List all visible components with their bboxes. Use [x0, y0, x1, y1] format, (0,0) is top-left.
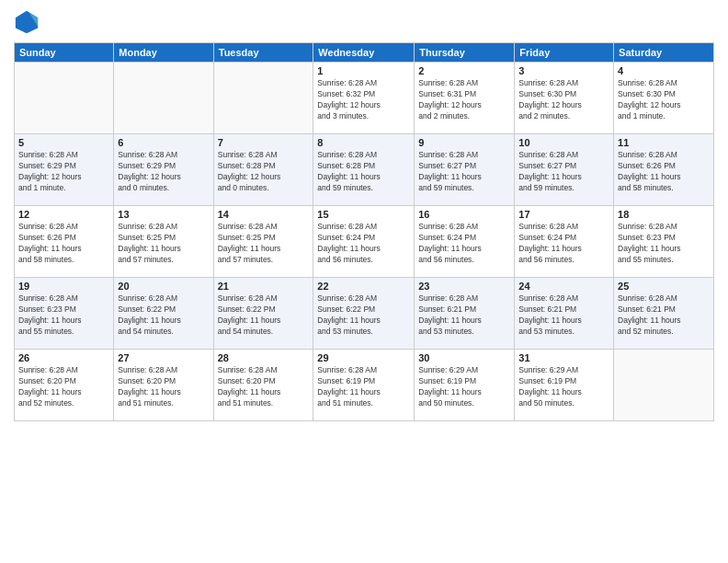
day-info: Sunrise: 6:28 AM Sunset: 6:31 PM Dayligh…: [418, 78, 510, 122]
day-info: Sunrise: 6:28 AM Sunset: 6:30 PM Dayligh…: [618, 78, 710, 122]
calendar-cell: 5Sunrise: 6:28 AM Sunset: 6:29 PM Daylig…: [15, 134, 114, 206]
day-info: Sunrise: 6:28 AM Sunset: 6:29 PM Dayligh…: [118, 150, 209, 194]
col-header-tuesday: Tuesday: [213, 43, 313, 63]
day-number: 25: [618, 281, 710, 292]
day-number: 24: [518, 281, 609, 292]
calendar-cell: 13Sunrise: 6:28 AM Sunset: 6:25 PM Dayli…: [114, 206, 213, 278]
day-info: Sunrise: 6:28 AM Sunset: 6:23 PM Dayligh…: [18, 293, 109, 338]
calendar-cell: 2Sunrise: 6:28 AM Sunset: 6:31 PM Daylig…: [415, 63, 515, 134]
col-header-sunday: Sunday: [15, 43, 114, 63]
day-number: 19: [18, 281, 109, 292]
page: SundayMondayTuesdayWednesdayThursdayFrid…: [0, 0, 728, 563]
day-number: 29: [317, 352, 410, 363]
calendar-cell: 24Sunrise: 6:28 AM Sunset: 6:21 PM Dayli…: [515, 278, 614, 350]
day-info: Sunrise: 6:28 AM Sunset: 6:26 PM Dayligh…: [18, 222, 109, 266]
day-number: 17: [518, 209, 609, 220]
calendar-cell: 4Sunrise: 6:28 AM Sunset: 6:30 PM Daylig…: [614, 63, 714, 134]
calendar-cell: 9Sunrise: 6:28 AM Sunset: 6:27 PM Daylig…: [415, 134, 515, 206]
calendar-cell: 11Sunrise: 6:28 AM Sunset: 6:26 PM Dayli…: [614, 134, 714, 206]
calendar-cell: [114, 63, 213, 134]
calendar-week-row: 5Sunrise: 6:28 AM Sunset: 6:29 PM Daylig…: [15, 134, 714, 206]
calendar-cell: 25Sunrise: 6:28 AM Sunset: 6:21 PM Dayli…: [614, 278, 714, 350]
day-info: Sunrise: 6:28 AM Sunset: 6:21 PM Dayligh…: [618, 293, 710, 338]
day-info: Sunrise: 6:28 AM Sunset: 6:21 PM Dayligh…: [418, 293, 510, 338]
calendar-cell: 20Sunrise: 6:28 AM Sunset: 6:22 PM Dayli…: [114, 278, 213, 350]
day-number: 14: [218, 209, 310, 220]
day-number: 11: [618, 137, 710, 148]
calendar-cell: 7Sunrise: 6:28 AM Sunset: 6:28 PM Daylig…: [213, 134, 313, 206]
calendar-cell: 22Sunrise: 6:28 AM Sunset: 6:22 PM Dayli…: [313, 278, 415, 350]
logo: [14, 9, 43, 35]
col-header-friday: Friday: [515, 43, 614, 63]
day-info: Sunrise: 6:28 AM Sunset: 6:25 PM Dayligh…: [218, 222, 310, 266]
day-info: Sunrise: 6:28 AM Sunset: 6:28 PM Dayligh…: [317, 150, 410, 194]
day-info: Sunrise: 6:28 AM Sunset: 6:24 PM Dayligh…: [317, 222, 410, 266]
day-info: Sunrise: 6:28 AM Sunset: 6:29 PM Dayligh…: [18, 150, 109, 194]
day-number: 18: [618, 209, 710, 220]
day-info: Sunrise: 6:28 AM Sunset: 6:22 PM Dayligh…: [218, 293, 310, 338]
calendar-cell: [15, 63, 114, 134]
day-number: 10: [518, 137, 609, 148]
day-info: Sunrise: 6:28 AM Sunset: 6:21 PM Dayligh…: [518, 293, 609, 338]
day-number: 8: [317, 137, 410, 148]
day-info: Sunrise: 6:28 AM Sunset: 6:24 PM Dayligh…: [518, 222, 609, 266]
day-info: Sunrise: 6:28 AM Sunset: 6:25 PM Dayligh…: [118, 222, 209, 266]
calendar-cell: 26Sunrise: 6:28 AM Sunset: 6:20 PM Dayli…: [15, 350, 114, 421]
calendar-cell: 29Sunrise: 6:28 AM Sunset: 6:19 PM Dayli…: [313, 350, 415, 421]
calendar-cell: 23Sunrise: 6:28 AM Sunset: 6:21 PM Dayli…: [415, 278, 515, 350]
calendar-cell: 30Sunrise: 6:29 AM Sunset: 6:19 PM Dayli…: [415, 350, 515, 421]
day-info: Sunrise: 6:28 AM Sunset: 6:28 PM Dayligh…: [218, 150, 310, 194]
calendar-cell: 8Sunrise: 6:28 AM Sunset: 6:28 PM Daylig…: [313, 134, 415, 206]
calendar-cell: 31Sunrise: 6:29 AM Sunset: 6:19 PM Dayli…: [515, 350, 614, 421]
calendar-cell: 18Sunrise: 6:28 AM Sunset: 6:23 PM Dayli…: [614, 206, 714, 278]
day-info: Sunrise: 6:28 AM Sunset: 6:20 PM Dayligh…: [218, 365, 310, 409]
day-info: Sunrise: 6:29 AM Sunset: 6:19 PM Dayligh…: [518, 365, 609, 409]
day-number: 12: [18, 209, 109, 220]
calendar-cell: 10Sunrise: 6:28 AM Sunset: 6:27 PM Dayli…: [515, 134, 614, 206]
calendar-cell: 1Sunrise: 6:28 AM Sunset: 6:32 PM Daylig…: [313, 63, 415, 134]
svg-marker-0: [16, 11, 38, 33]
col-header-wednesday: Wednesday: [313, 43, 415, 63]
calendar-cell: 3Sunrise: 6:28 AM Sunset: 6:30 PM Daylig…: [515, 63, 614, 134]
day-info: Sunrise: 6:28 AM Sunset: 6:32 PM Dayligh…: [317, 78, 410, 122]
calendar-cell: [614, 350, 714, 421]
calendar-cell: 6Sunrise: 6:28 AM Sunset: 6:29 PM Daylig…: [114, 134, 213, 206]
day-info: Sunrise: 6:28 AM Sunset: 6:26 PM Dayligh…: [618, 150, 710, 194]
day-info: Sunrise: 6:28 AM Sunset: 6:30 PM Dayligh…: [518, 78, 609, 122]
header: [14, 9, 714, 35]
calendar-cell: 28Sunrise: 6:28 AM Sunset: 6:20 PM Dayli…: [213, 350, 313, 421]
day-number: 30: [418, 352, 510, 363]
calendar-week-row: 1Sunrise: 6:28 AM Sunset: 6:32 PM Daylig…: [15, 63, 714, 134]
calendar-cell: 15Sunrise: 6:28 AM Sunset: 6:24 PM Dayli…: [313, 206, 415, 278]
day-info: Sunrise: 6:28 AM Sunset: 6:23 PM Dayligh…: [618, 222, 710, 266]
day-info: Sunrise: 6:28 AM Sunset: 6:24 PM Dayligh…: [418, 222, 510, 266]
calendar-week-row: 19Sunrise: 6:28 AM Sunset: 6:23 PM Dayli…: [15, 278, 714, 350]
day-number: 9: [418, 137, 510, 148]
calendar-header-row: SundayMondayTuesdayWednesdayThursdayFrid…: [15, 43, 714, 63]
day-number: 3: [518, 65, 609, 76]
calendar-cell: 12Sunrise: 6:28 AM Sunset: 6:26 PM Dayli…: [15, 206, 114, 278]
day-number: 2: [418, 65, 510, 76]
col-header-monday: Monday: [114, 43, 213, 63]
calendar-cell: [213, 63, 313, 134]
calendar-cell: 19Sunrise: 6:28 AM Sunset: 6:23 PM Dayli…: [15, 278, 114, 350]
day-info: Sunrise: 6:28 AM Sunset: 6:22 PM Dayligh…: [317, 293, 410, 338]
calendar-cell: 14Sunrise: 6:28 AM Sunset: 6:25 PM Dayli…: [213, 206, 313, 278]
calendar-cell: 17Sunrise: 6:28 AM Sunset: 6:24 PM Dayli…: [515, 206, 614, 278]
day-number: 20: [118, 281, 209, 292]
day-number: 5: [18, 137, 109, 148]
calendar-cell: 16Sunrise: 6:28 AM Sunset: 6:24 PM Dayli…: [415, 206, 515, 278]
day-number: 1: [317, 65, 410, 76]
day-number: 16: [418, 209, 510, 220]
day-number: 13: [118, 209, 209, 220]
calendar-week-row: 26Sunrise: 6:28 AM Sunset: 6:20 PM Dayli…: [15, 350, 714, 421]
day-info: Sunrise: 6:28 AM Sunset: 6:20 PM Dayligh…: [18, 365, 109, 409]
day-info: Sunrise: 6:28 AM Sunset: 6:27 PM Dayligh…: [518, 150, 609, 194]
calendar-cell: 27Sunrise: 6:28 AM Sunset: 6:20 PM Dayli…: [114, 350, 213, 421]
logo-icon: [14, 9, 40, 35]
day-info: Sunrise: 6:29 AM Sunset: 6:19 PM Dayligh…: [418, 365, 510, 409]
day-number: 23: [418, 281, 510, 292]
day-number: 26: [18, 352, 109, 363]
day-number: 7: [218, 137, 310, 148]
day-info: Sunrise: 6:28 AM Sunset: 6:27 PM Dayligh…: [418, 150, 510, 194]
